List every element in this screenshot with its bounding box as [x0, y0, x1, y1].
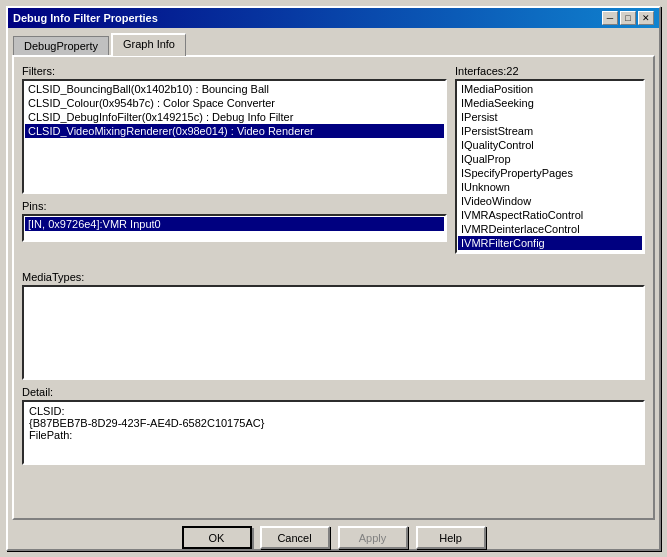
detail-line1: CLSID: — [29, 405, 638, 417]
interfaces-label: Interfaces:22 — [455, 65, 645, 77]
window-title: Debug Info Filter Properties — [13, 12, 158, 24]
mediatypes-section: MediaTypes: — [22, 271, 645, 380]
pins-section: Pins: [IN, 0x9726e4]:VMR Input0 — [22, 200, 447, 242]
list-item[interactable]: CLSID_Colour(0x954b7c) : Color Space Con… — [25, 96, 444, 110]
interface-item[interactable]: IMediaSeeking — [458, 96, 642, 110]
list-item[interactable]: CLSID_BouncingBall(0x1402b10) : Bouncing… — [25, 82, 444, 96]
top-section: Filters: CLSID_BouncingBall(0x1402b10) :… — [22, 65, 645, 265]
list-item-selected[interactable]: CLSID_VideoMixingRenderer(0x98e014) : Vi… — [25, 124, 444, 138]
detail-line2: {B87BEB7B-8D29-423F-AE4D-6582C10175AC} — [29, 417, 638, 429]
interfaces-section: Interfaces:22 IMediaPosition IMediaSeeki… — [455, 65, 645, 265]
main-window: Debug Info Filter Properties ─ □ ✕ Debug… — [6, 6, 661, 551]
filters-label: Filters: — [22, 65, 447, 77]
interface-item[interactable]: IQualProp — [458, 152, 642, 166]
bottom-bar: OK Cancel Apply Help — [8, 520, 659, 555]
pins-label: Pins: — [22, 200, 447, 212]
tab-debug-property[interactable]: DebugProperty — [13, 36, 109, 55]
apply-button[interactable]: Apply — [338, 526, 408, 549]
detail-label: Detail: — [22, 386, 645, 398]
minimize-button[interactable]: ─ — [602, 11, 618, 25]
interface-item[interactable]: IUnknown — [458, 180, 642, 194]
interface-item[interactable]: IVMRMixerBitmap — [458, 250, 642, 254]
pin-item-selected[interactable]: [IN, 0x9726e4]:VMR Input0 — [25, 217, 444, 231]
interface-item[interactable]: IPersist — [458, 110, 642, 124]
list-item[interactable]: CLSID_DebugInfoFilter(0x149215c) : Debug… — [25, 110, 444, 124]
pins-list[interactable]: [IN, 0x9726e4]:VMR Input0 — [22, 214, 447, 242]
interface-item[interactable]: IVideoWindow — [458, 194, 642, 208]
detail-box: CLSID: {B87BEB7B-8D29-423F-AE4D-6582C101… — [22, 400, 645, 465]
interface-item[interactable]: IPersistStream — [458, 124, 642, 138]
title-bar: Debug Info Filter Properties ─ □ ✕ — [8, 8, 659, 28]
interface-item[interactable]: IQualityControl — [458, 138, 642, 152]
interface-item-selected[interactable]: IVMRFilterConfig — [458, 236, 642, 250]
detail-line3: FilePath: — [29, 429, 638, 441]
tab-graph-info-label: Graph Info — [123, 38, 175, 50]
interfaces-list[interactable]: IMediaPosition IMediaSeeking IPersist IP… — [455, 79, 645, 254]
tab-debug-property-label: DebugProperty — [24, 40, 98, 52]
detail-section: Detail: CLSID: {B87BEB7B-8D29-423F-AE4D-… — [22, 386, 645, 465]
title-bar-buttons: ─ □ ✕ — [602, 11, 654, 25]
tab-bar: DebugProperty Graph Info — [8, 28, 659, 55]
ok-button[interactable]: OK — [182, 526, 252, 549]
interface-item[interactable]: IVMRAspectRatioControl — [458, 208, 642, 222]
interface-item[interactable]: IVMRDeinterlaceControl — [458, 222, 642, 236]
filters-section: Filters: CLSID_BouncingBall(0x1402b10) :… — [22, 65, 447, 265]
help-button[interactable]: Help — [416, 526, 486, 549]
mediatypes-label: MediaTypes: — [22, 271, 645, 283]
filters-list[interactable]: CLSID_BouncingBall(0x1402b10) : Bouncing… — [22, 79, 447, 194]
tab-content: Filters: CLSID_BouncingBall(0x1402b10) :… — [12, 55, 655, 520]
mediatypes-list[interactable] — [22, 285, 645, 380]
close-button[interactable]: ✕ — [638, 11, 654, 25]
interface-item[interactable]: IMediaPosition — [458, 82, 642, 96]
interface-item[interactable]: ISpecifyPropertyPages — [458, 166, 642, 180]
maximize-button[interactable]: □ — [620, 11, 636, 25]
cancel-button[interactable]: Cancel — [260, 526, 330, 549]
tab-graph-info[interactable]: Graph Info — [111, 33, 186, 56]
